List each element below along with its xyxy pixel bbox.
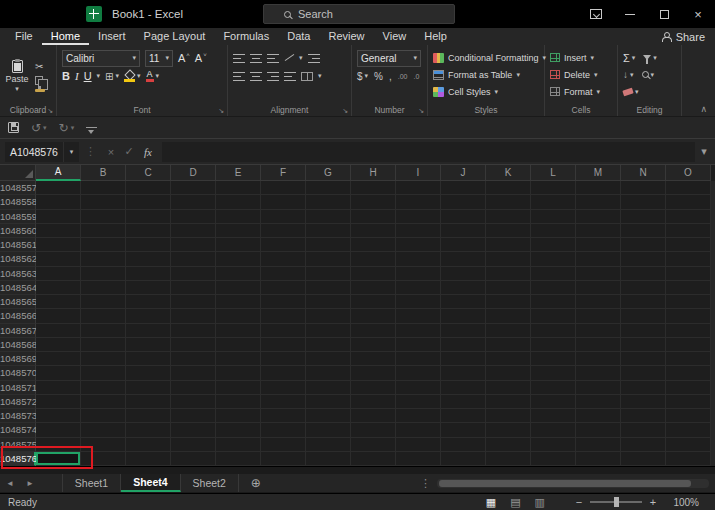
cell-F1048570[interactable] <box>261 366 306 380</box>
cell-J1048565[interactable] <box>441 295 486 309</box>
cell-L1048560[interactable] <box>531 224 576 238</box>
cell-B1048575[interactable] <box>81 438 126 452</box>
cell-N1048558[interactable] <box>621 195 666 209</box>
cell-F1048571[interactable] <box>261 381 306 395</box>
row-header-1048558[interactable]: 1048558 <box>0 195 36 209</box>
cell-K1048570[interactable] <box>486 366 531 380</box>
normal-view-button[interactable]: ▦ <box>486 496 496 509</box>
cell-G1048561[interactable] <box>306 238 351 252</box>
cell-G1048575[interactable] <box>306 438 351 452</box>
cell-G1048565[interactable] <box>306 295 351 309</box>
cell-B1048574[interactable] <box>81 423 126 437</box>
cell-I1048566[interactable] <box>396 309 441 323</box>
cell-C1048574[interactable] <box>126 423 171 437</box>
cell-D1048557[interactable] <box>171 181 216 195</box>
next-sheet-button[interactable]: ► <box>20 474 40 492</box>
cell-D1048559[interactable] <box>171 210 216 224</box>
cell-I1048575[interactable] <box>396 438 441 452</box>
cell-I1048576[interactable] <box>396 452 441 466</box>
cell-I1048560[interactable] <box>396 224 441 238</box>
cell-C1048571[interactable] <box>126 381 171 395</box>
cell-B1048567[interactable] <box>81 324 126 338</box>
cell-E1048574[interactable] <box>216 423 261 437</box>
cell-H1048575[interactable] <box>351 438 396 452</box>
row-header-1048566[interactable]: 1048566 <box>0 309 36 323</box>
tab-insert[interactable]: Insert <box>89 28 135 45</box>
cell-H1048564[interactable] <box>351 281 396 295</box>
vertical-scrollbar[interactable] <box>711 181 715 466</box>
cell-K1048562[interactable] <box>486 252 531 266</box>
align-top-button[interactable] <box>233 54 245 63</box>
tab-file[interactable]: File <box>6 28 42 45</box>
cell-O1048560[interactable] <box>666 224 711 238</box>
cell-O1048572[interactable] <box>666 395 711 409</box>
percent-style-button[interactable]: % <box>374 71 383 82</box>
cell-H1048563[interactable] <box>351 267 396 281</box>
cell-J1048576[interactable] <box>441 452 486 466</box>
cell-D1048567[interactable] <box>171 324 216 338</box>
cell-H1048565[interactable] <box>351 295 396 309</box>
cell-D1048558[interactable] <box>171 195 216 209</box>
decrease-font-size-button[interactable]: A˅ <box>195 52 207 64</box>
cell-N1048573[interactable] <box>621 409 666 423</box>
cell-K1048575[interactable] <box>486 438 531 452</box>
cell-O1048557[interactable] <box>666 181 711 195</box>
cell-M1048576[interactable] <box>576 452 621 466</box>
cell-N1048564[interactable] <box>621 281 666 295</box>
cell-O1048559[interactable] <box>666 210 711 224</box>
cell-A1048564[interactable] <box>36 281 81 295</box>
formula-input[interactable] <box>162 142 695 162</box>
cell-G1048559[interactable] <box>306 210 351 224</box>
cell-D1048569[interactable] <box>171 352 216 366</box>
cell-M1048562[interactable] <box>576 252 621 266</box>
column-header-A[interactable]: A <box>36 165 81 181</box>
cell-O1048570[interactable] <box>666 366 711 380</box>
cell-E1048560[interactable] <box>216 224 261 238</box>
cell-B1048563[interactable] <box>81 267 126 281</box>
cell-H1048558[interactable] <box>351 195 396 209</box>
cell-D1048575[interactable] <box>171 438 216 452</box>
cell-D1048564[interactable] <box>171 281 216 295</box>
cell-B1048557[interactable] <box>81 181 126 195</box>
cell-H1048572[interactable] <box>351 395 396 409</box>
cell-K1048566[interactable] <box>486 309 531 323</box>
cell-F1048559[interactable] <box>261 210 306 224</box>
cell-O1048573[interactable] <box>666 409 711 423</box>
cell-B1048562[interactable] <box>81 252 126 266</box>
accounting-format-button[interactable]: $▾ <box>357 71 368 82</box>
row-header-1048576[interactable]: 1048576 <box>0 452 36 466</box>
cell-M1048561[interactable] <box>576 238 621 252</box>
cell-M1048563[interactable] <box>576 267 621 281</box>
cell-J1048566[interactable] <box>441 309 486 323</box>
cell-H1048566[interactable] <box>351 309 396 323</box>
cell-M1048565[interactable] <box>576 295 621 309</box>
cell-H1048557[interactable] <box>351 181 396 195</box>
cell-A1048563[interactable] <box>36 267 81 281</box>
cell-G1048572[interactable] <box>306 395 351 409</box>
cell-G1048576[interactable] <box>306 452 351 466</box>
cell-F1048567[interactable] <box>261 324 306 338</box>
cell-F1048562[interactable] <box>261 252 306 266</box>
cell-J1048571[interactable] <box>441 381 486 395</box>
cell-G1048563[interactable] <box>306 267 351 281</box>
cell-N1048561[interactable] <box>621 238 666 252</box>
alignment-dialog-launcher[interactable]: ↘ <box>342 107 348 114</box>
cell-O1048561[interactable] <box>666 238 711 252</box>
column-header-K[interactable]: K <box>486 165 531 181</box>
cell-H1048569[interactable] <box>351 352 396 366</box>
cell-F1048568[interactable] <box>261 338 306 352</box>
cell-E1048563[interactable] <box>216 267 261 281</box>
close-button[interactable]: × <box>681 0 715 28</box>
cell-D1048576[interactable] <box>171 452 216 466</box>
align-middle-button[interactable] <box>250 54 262 63</box>
cell-A1048575[interactable] <box>36 438 81 452</box>
cell-F1048575[interactable] <box>261 438 306 452</box>
cell-B1048566[interactable] <box>81 309 126 323</box>
cell-M1048559[interactable] <box>576 210 621 224</box>
cell-I1048561[interactable] <box>396 238 441 252</box>
copy-button[interactable] <box>35 76 43 85</box>
cell-C1048561[interactable] <box>126 238 171 252</box>
cell-J1048562[interactable] <box>441 252 486 266</box>
sheet-tab-sheet4[interactable]: Sheet4 <box>121 474 180 492</box>
cell-O1048566[interactable] <box>666 309 711 323</box>
